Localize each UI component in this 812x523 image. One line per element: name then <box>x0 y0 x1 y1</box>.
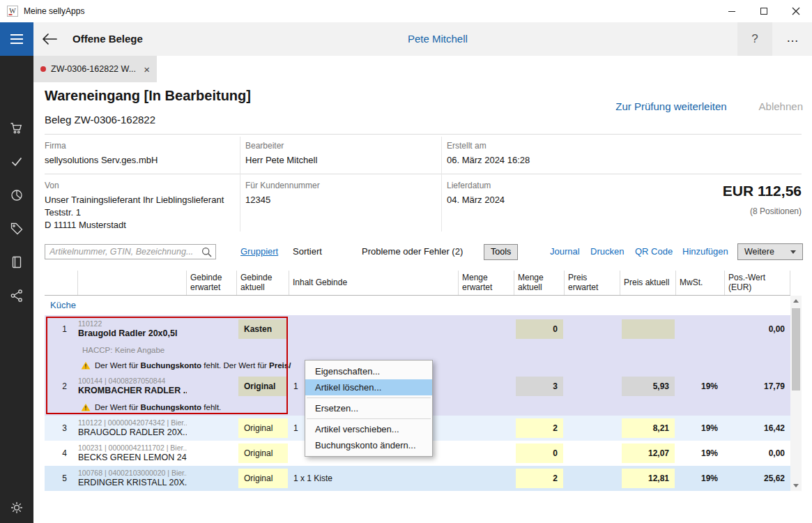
print-link[interactable]: Drucken <box>590 246 624 257</box>
menge-aktuell-cell[interactable]: 2 <box>516 469 563 488</box>
app-window: W Meine sellyApps Offene Bel <box>0 0 812 523</box>
qr-code-link[interactable]: QR Code <box>635 246 673 257</box>
column-header-gebinde-aktuell[interactable]: Gebinde aktuell <box>237 271 289 295</box>
von-line1: Unser Trainingslieferant Ihr Lieblingsli… <box>45 195 224 205</box>
row-number: 5 <box>45 473 78 483</box>
settings-button[interactable] <box>10 501 24 515</box>
menge-aktuell-cell[interactable]: 0 <box>516 444 563 463</box>
sidebar-item-tasks[interactable] <box>10 155 24 169</box>
context-menu: Eigenschaften... Artikel löschen... Erse… <box>305 360 433 457</box>
context-menu-item-eigenschaften[interactable]: Eigenschaften... <box>305 363 432 379</box>
menge-aktuell-cell[interactable]: 0 <box>516 319 563 339</box>
sidebar-item-share[interactable] <box>10 289 24 303</box>
problems-filter-link[interactable]: Probleme oder Fehler (2) <box>362 246 463 257</box>
gebinde-aktuell-cell[interactable]: Kasten <box>238 319 288 339</box>
tools-button[interactable]: Tools <box>484 244 518 260</box>
lieferdatum-value: 04. März 2024 <box>447 194 505 206</box>
context-menu-item-artikel-verschieben[interactable]: Artikel verschieben... <box>305 421 432 437</box>
vertical-scrollbar[interactable] <box>790 296 802 491</box>
von-line3: D 11111 Musterstadt <box>45 220 126 230</box>
column-header-inhalt-gebinde[interactable]: Inhalt Gebinde <box>289 271 459 295</box>
warning-icon <box>81 361 91 370</box>
document-tab[interactable]: ZW-0306-162822 W... × <box>33 56 157 82</box>
menge-aktuell-cell[interactable]: 3 <box>516 377 563 396</box>
column-header-preis-erwartet[interactable]: Preis erwartet <box>565 271 620 295</box>
search-input[interactable] <box>45 247 201 257</box>
article-cell: 110122 | 00000042074342 | Bier... BRAUGO… <box>78 418 187 438</box>
column-header-number <box>45 271 78 295</box>
gebinde-aktuell-cell[interactable]: Original <box>238 444 288 463</box>
add-link[interactable]: Hinzufügen <box>682 246 728 257</box>
app-title: Meine sellyApps <box>24 6 84 16</box>
gebinde-aktuell-cell[interactable]: Original <box>238 377 288 396</box>
sidebar-item-journal[interactable] <box>10 255 24 269</box>
article-search <box>45 244 216 259</box>
preis-aktuell-cell[interactable]: 8,21 <box>622 418 675 438</box>
column-header-preis-aktuell[interactable]: Preis aktuell <box>620 271 676 295</box>
scroll-thumb[interactable] <box>792 308 800 391</box>
preis-aktuell-cell[interactable] <box>622 319 675 339</box>
tab-close-icon[interactable]: × <box>144 64 150 75</box>
view-sorted-link[interactable]: Sortiert <box>293 246 322 257</box>
window-controls <box>716 0 812 22</box>
forward-for-review-link[interactable]: Zur Prüfung weiterleiten <box>615 100 726 112</box>
article-name: Braugold Radler 20x0,5l <box>78 328 187 339</box>
article-id: 100144 | 04008287050844 <box>78 377 187 386</box>
sidebar-item-tags[interactable] <box>10 222 24 236</box>
checkmark-icon <box>10 155 24 169</box>
journal-link[interactable]: Journal <box>550 246 580 257</box>
header-more-button[interactable]: … <box>776 22 809 56</box>
minimize-button[interactable] <box>716 0 748 22</box>
gebinde-aktuell-cell[interactable]: Original <box>238 469 288 488</box>
back-arrow-icon <box>42 33 59 45</box>
close-button[interactable] <box>780 0 812 22</box>
bearbeiter-label: Bearbeiter <box>245 141 284 151</box>
app-logo-icon: W <box>7 6 18 17</box>
tag-icon <box>10 222 24 236</box>
titlebar: W Meine sellyApps <box>0 0 812 22</box>
erstellt-am-label: Erstellt am <box>447 141 487 151</box>
view-grouped-link[interactable]: Gruppiert <box>240 246 278 257</box>
sidebar-item-reports[interactable] <box>10 188 24 202</box>
erstellt-am-value: 06. März 2024 16:28 <box>447 154 530 167</box>
column-header-article <box>78 271 187 295</box>
menu-button[interactable] <box>0 22 33 56</box>
divider <box>240 137 240 232</box>
back-button[interactable] <box>42 33 59 45</box>
von-value: Unser Trainingslieferant Ihr Lieblingsli… <box>45 194 224 232</box>
preis-aktuell-cell[interactable]: 12,07 <box>622 444 675 463</box>
pos-wert-cell: 17,79 <box>725 381 790 391</box>
article-cell: 100768 | 04002103000020 | Bier... ERDING… <box>78 469 187 488</box>
column-header-gebinde-erwartet[interactable]: Gebinde erwartet <box>187 271 237 295</box>
column-header-menge-aktuell[interactable]: Menge aktuell <box>514 271 565 295</box>
more-dropdown-button[interactable]: Weitere <box>737 243 803 260</box>
article-cell: 100231 | 00000042111702 | Bier... BECKS … <box>78 444 187 463</box>
hamburger-icon <box>10 34 24 44</box>
scroll-down-icon[interactable] <box>793 484 799 487</box>
search-icon[interactable] <box>201 247 212 257</box>
table-header: Gebinde erwartet Gebinde aktuell Inhalt … <box>45 271 790 296</box>
column-header-mwst[interactable]: MwSt. <box>676 271 725 295</box>
group-row-kueche[interactable]: Küche <box>45 296 790 315</box>
scroll-up-icon[interactable] <box>793 299 799 303</box>
column-header-pos-wert[interactable]: Pos.-Wert (EUR) <box>725 271 790 295</box>
divider <box>45 134 802 135</box>
user-name[interactable]: Pete Mitchell <box>408 22 468 56</box>
maximize-button[interactable] <box>748 0 780 22</box>
context-menu-item-buchungskonto-aendern[interactable]: Buchungskonto ändern... <box>305 437 432 453</box>
column-header-menge-erwartet[interactable]: Menge erwartet <box>459 271 514 295</box>
preis-aktuell-cell[interactable]: 12,81 <box>622 469 675 488</box>
reject-link[interactable]: Ablehnen <box>759 100 803 112</box>
article-name: KROMBACHER RADLER ... <box>78 386 187 396</box>
kundennummer-value: 12345 <box>245 194 270 206</box>
table-row-5[interactable]: 5 100768 | 04002103000020 | Bier... ERDI… <box>45 466 790 491</box>
sidebar-item-cart[interactable] <box>10 121 24 135</box>
gebinde-aktuell-cell[interactable]: Original <box>238 418 288 438</box>
divider <box>441 137 442 232</box>
preis-aktuell-cell[interactable]: 5,93 <box>622 377 675 396</box>
help-button[interactable]: ? <box>737 22 772 56</box>
context-menu-item-ersetzen[interactable]: Ersetzen... <box>305 400 432 416</box>
menge-aktuell-cell[interactable]: 2 <box>516 418 563 438</box>
pos-wert-cell: 0,00 <box>725 324 790 334</box>
context-menu-item-artikel-loeschen[interactable]: Artikel löschen... <box>305 379 432 395</box>
